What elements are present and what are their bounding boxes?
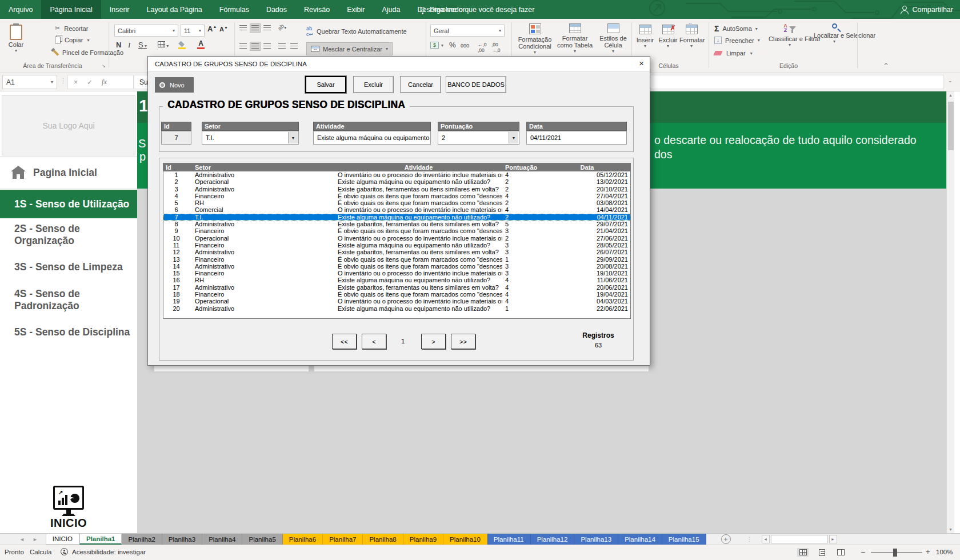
sheet-tab-planilha12[interactable]: Planilha12 (531, 534, 575, 545)
table-row[interactable]: 15FinanceiroO inventário ou o processo d… (163, 270, 630, 277)
zoom-level[interactable]: 100% (936, 549, 953, 555)
novo-button[interactable]: Novo (155, 77, 194, 93)
ribbon-tab-ajuda[interactable]: Ajuda (373, 0, 409, 19)
sheet-tab-inicio[interactable]: INICIO (46, 534, 79, 545)
grow-font-button[interactable]: A▲ (207, 25, 217, 33)
name-box[interactable]: A1 ▾ (2, 75, 57, 89)
page-layout-view-button[interactable] (816, 548, 827, 557)
collapse-ribbon-button[interactable]: › (882, 63, 890, 65)
close-icon[interactable]: × (639, 58, 644, 68)
sheet-tab-planilha4[interactable]: Planilha4 (202, 534, 242, 545)
cell-styles-button[interactable]: Estilos de Célula ▾ (594, 23, 632, 54)
table-row[interactable]: 19OperacionalO inventário ou o processo … (163, 298, 630, 305)
format-cells-button[interactable]: ↔ Formatar ▾ (679, 25, 703, 49)
sidebar-item-2s[interactable]: 2S - Senso de Organização (0, 218, 137, 251)
delete-cells-button[interactable]: ✗ Excluir ▾ (656, 25, 680, 49)
increase-decimal-button[interactable]: ←,0,00 (478, 42, 487, 53)
sheet-tab-planilha5[interactable]: Planilha5 (242, 534, 282, 545)
share-button[interactable]: Compartilhar (900, 0, 953, 19)
table-row[interactable]: 1AdministrativoO inventário ou o process… (163, 171, 630, 178)
zoom-in-button[interactable]: + (926, 547, 930, 556)
cancel-icon[interactable]: × (74, 78, 78, 86)
insert-function-icon[interactable]: fx (102, 78, 107, 86)
table-row[interactable]: 12AdministrativoExiste gabaritos, ferram… (163, 249, 630, 255)
banco-de-dados-button[interactable]: BANCO DE DADOS (446, 76, 506, 93)
data-field[interactable]: 04/11/2021 (526, 131, 627, 145)
increase-indent-button[interactable] (289, 42, 299, 51)
scrollbar-thumb[interactable] (948, 102, 954, 150)
sheet-tab-planilha3[interactable]: Planilha3 (162, 534, 202, 545)
table-row[interactable]: 10OperacionalO inventário ou o processo … (163, 235, 630, 242)
ribbon-tab-p-gina-inicial[interactable]: Página Inicial (41, 0, 101, 19)
table-row[interactable]: 13FinanceiroÉ obvio quais os itens que f… (163, 256, 630, 263)
percent-style-button[interactable]: % (449, 41, 456, 49)
sheet-tab-planilha1[interactable]: Planilha1 (79, 534, 122, 545)
table-row[interactable]: 2OperacionalExiste alguma máquina ou equ… (163, 178, 630, 185)
italic-button[interactable]: I (128, 41, 130, 50)
comma-style-button[interactable]: 000 (461, 43, 469, 49)
ribbon-tab-dados[interactable]: Dados (258, 0, 295, 19)
sheet-tab-planilha14[interactable]: Planilha14 (618, 534, 662, 545)
sidebar-item-home[interactable]: Pagina Inicial (0, 156, 137, 189)
sheet-tab-planilha10[interactable]: Planilha10 (443, 534, 487, 545)
bold-button[interactable]: N (116, 41, 121, 49)
cancelar-button[interactable]: Cancelar (400, 76, 441, 93)
wrap-text-button[interactable]: abc↩ Quebrar Texto Automaticamente (306, 26, 407, 37)
conditional-formatting-button[interactable]: Formatação Condicional ▾ (516, 23, 554, 55)
insert-cells-button[interactable]: Inserir ▾ (633, 25, 657, 49)
scroll-up-icon[interactable]: ▲ (949, 93, 953, 97)
next-page-button[interactable]: > (421, 334, 446, 349)
pontuacao-combo[interactable]: 2 ▼ (438, 131, 519, 145)
table-row[interactable]: 3AdministrativoExiste gabaritos, ferrame… (163, 186, 630, 193)
next-sheet-icon[interactable]: ► (33, 537, 38, 542)
table-row[interactable]: 6ComercialO inventário ou o processo do … (163, 206, 630, 213)
calculate-status[interactable]: Calcula (30, 549, 51, 555)
font-color-button[interactable]: A (197, 39, 205, 49)
table-row[interactable]: 7T.I.Existe alguma máquina ou equipament… (163, 214, 630, 221)
sidebar-item-3s[interactable]: 3S - Senso de Limpeza (0, 251, 137, 283)
sheet-tab-planilha6[interactable]: Planilha6 (283, 534, 323, 545)
vertical-scrollbar[interactable]: ▲ ▼ (946, 91, 954, 533)
table-row[interactable]: 18FinanceiroÉ obvio quais os itens que f… (163, 291, 630, 298)
shrink-font-button[interactable]: A▼ (219, 26, 228, 33)
records-listbox[interactable]: IdSetorAtividadePontuaçãoData 1Administr… (163, 163, 631, 319)
atividade-field[interactable]: Existe alguma máquina ou equipamento nã (313, 131, 431, 145)
dialog-launcher-icon[interactable]: ↘ (102, 63, 106, 69)
normal-view-button[interactable] (797, 548, 809, 557)
ribbon-tab-inserir[interactable]: Inserir (101, 0, 138, 19)
orientation-button[interactable]: ab▾ (278, 23, 286, 30)
zoom-out-button[interactable]: − (861, 547, 865, 557)
sort-filter-button[interactable]: AZ Classificar e Filtrar ▾ (769, 23, 811, 47)
accounting-format-button[interactable]: $ ▾ (430, 42, 443, 49)
table-row[interactable]: 8AdministrativoExiste gabaritos, ferrame… (163, 221, 630, 227)
chevron-down-icon[interactable]: ▼ (288, 132, 298, 143)
sheet-tab-planilha9[interactable]: Planilha9 (403, 534, 443, 545)
ribbon-tab-layout-da-p-gina[interactable]: Layout da Página (138, 0, 210, 19)
scroll-left-icon[interactable]: ◄ (762, 535, 770, 543)
ribbon-tab-exibir[interactable]: Exibir (338, 0, 373, 19)
page-break-view-button[interactable] (835, 548, 846, 557)
scroll-right-icon[interactable]: ► (829, 535, 837, 543)
align-middle-button[interactable] (250, 23, 261, 33)
cut-button[interactable]: ✂ Recortar (55, 25, 88, 32)
font-size-combo[interactable]: 11▾ (181, 25, 205, 37)
chevron-down-icon[interactable]: ▼ (509, 132, 518, 143)
sheet-tab-planilha8[interactable]: Planilha8 (363, 534, 403, 545)
expand-formula-bar-icon[interactable]: ⌄ (948, 78, 953, 83)
table-row[interactable]: 4FinanceiroÉ obvio quais os itens que fo… (163, 193, 630, 199)
scroll-down-icon[interactable]: ▼ (949, 527, 953, 531)
ribbon-tab-arquivo[interactable]: Arquivo (0, 0, 41, 19)
zoom-slider-thumb[interactable] (893, 549, 897, 557)
sheet-tab-planilha15[interactable]: Planilha15 (662, 534, 706, 545)
clear-button[interactable]: Limpar ▾ (714, 50, 753, 57)
autosum-button[interactable]: Σ AutoSoma ▾ (714, 24, 758, 33)
format-painter-button[interactable]: Pincel de Formatação (55, 49, 123, 56)
sidebar-item-5s[interactable]: 5S - Senso de Disciplina (0, 316, 137, 349)
align-bottom-button[interactable] (262, 23, 273, 33)
decrease-decimal-button[interactable]: ,00→,0 (491, 42, 501, 53)
setor-combo[interactable]: T.I. ▼ (202, 131, 299, 145)
scrollbar-track[interactable] (771, 535, 828, 543)
inicio-logo[interactable]: ↗ INICIO (0, 486, 137, 530)
align-right-button[interactable] (262, 42, 273, 51)
table-row[interactable]: 9FinanceiroÉ obvio quais os itens que fo… (163, 227, 630, 234)
